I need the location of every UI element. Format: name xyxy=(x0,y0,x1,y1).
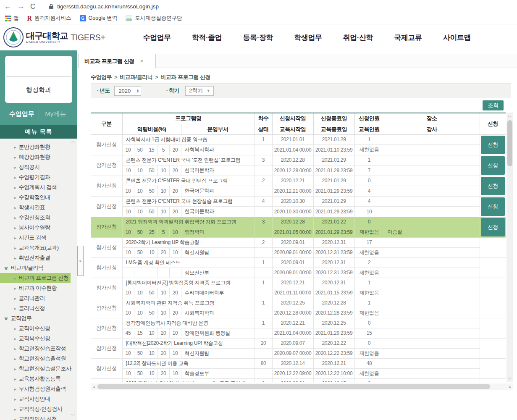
cell-ratio: 10 xyxy=(134,165,146,176)
university-logo xyxy=(3,27,24,47)
sidebar-item[interactable]: ▸무시험검정원서출력 xyxy=(0,384,77,394)
triangle-right-icon: ▸ xyxy=(14,417,16,420)
sidebar-item-active[interactable]: ▸비교과 프로그램 신청 xyxy=(0,273,71,283)
program-subrow: 1010501020한국어문학과2020.12.28 00:002021.01.… xyxy=(91,165,506,176)
cell-ratio: 10 xyxy=(157,186,169,197)
sidebar-item[interactable]: ▸비교과 이수현황 xyxy=(0,283,77,293)
sidebar-item[interactable]: ▸학교현장실습출석원 xyxy=(0,354,77,364)
nav-career[interactable]: 취업·산학 xyxy=(343,33,373,42)
apply-button[interactable]: 신청 xyxy=(481,197,505,216)
close-icon[interactable]: × xyxy=(140,58,144,64)
search-button[interactable]: 조회 xyxy=(483,100,504,110)
apply-button[interactable]: 신청 xyxy=(481,218,505,236)
sidebar-item[interactable]: ▸교직이수신청 xyxy=(0,323,77,333)
sidebar-item[interactable]: ▸클리닉신청 xyxy=(0,303,77,313)
cell-category: 참가신청 xyxy=(91,237,122,257)
cell-ratio: 10 xyxy=(134,186,146,197)
col-lecturer: 강사 xyxy=(384,124,480,134)
sidebar-item[interactable]: ▸교직사정안내 xyxy=(0,394,77,404)
cell-apply-start: 2021.01.01 xyxy=(272,134,313,145)
bookmark-research-group[interactable]: 도시재생실증연구단 xyxy=(126,15,182,22)
cell-apply-end: 2021.01.22 xyxy=(313,217,354,227)
cell-category: 참가신청 xyxy=(91,134,122,155)
cell-edu-count: 7 xyxy=(354,165,384,176)
bookmark-apps[interactable]: 앱 xyxy=(5,15,19,22)
semester-select[interactable]: 2학기 ▼ xyxy=(185,86,214,96)
sidebar-item[interactable]: ▸교육봉사활동등록 xyxy=(0,374,77,384)
sidebar-group[interactable]: ∨교직업무 xyxy=(0,313,77,323)
apply-button[interactable]: 신청 xyxy=(481,136,505,154)
sidebar-item[interactable]: ▸교직적인성 신청 xyxy=(0,414,77,420)
sidebar-item[interactable]: ▸학생시간표 xyxy=(0,202,77,213)
table-vertical-scrollbar[interactable]: ︿ ﹀ xyxy=(507,113,513,382)
cell-ratio: 15 xyxy=(146,145,157,155)
reload-icon[interactable]: C xyxy=(30,3,35,10)
sidebar-item-label: 교직이수신청 xyxy=(19,325,50,332)
sidebar-item[interactable]: ▸클리닉관리 xyxy=(0,293,77,303)
cell-edu-end: 2021.01.15 23:59 xyxy=(313,288,354,298)
app-header: 대구대학교 DAEGU UNIVERSITY TIGERS+ 수업업무 학적·졸… xyxy=(0,24,517,50)
profile-card: 행정학과 xyxy=(5,56,72,103)
sidebar-item[interactable]: ▸봉사이수열람 xyxy=(0,223,77,233)
sidebar-item[interactable]: ▸교직적성·인성검사 xyxy=(0,404,77,414)
apply-button[interactable]: 신청 xyxy=(481,177,505,195)
nav-registration[interactable]: 등록·장학 xyxy=(243,33,273,42)
scroll-down-icon[interactable]: ﹀ xyxy=(507,375,513,382)
scrollbar-thumb[interactable] xyxy=(507,120,512,166)
sidebar-item[interactable]: ▸취업전자출결 xyxy=(0,253,77,263)
nav-international[interactable]: 국제교류 xyxy=(394,33,422,42)
sidebar-item[interactable]: ▸폐강강좌현황 xyxy=(0,152,77,162)
sidebar-tab-classwork[interactable]: 수업업무 xyxy=(5,110,39,118)
cell-ratio xyxy=(122,268,134,278)
cell-apply-start: 2020.09.01 xyxy=(272,378,313,382)
bookmark-google-translate[interactable]: G Google 번역 xyxy=(80,15,118,22)
scroll-left-icon[interactable]: ◂ xyxy=(91,383,97,390)
sidebar-item[interactable]: ▸성적공시 xyxy=(0,162,77,172)
sidebar-group[interactable]: ∨비교과/클리닉 xyxy=(0,263,77,273)
cell-edu-start: 2021.01.04 00:00 xyxy=(272,145,313,155)
brand[interactable]: 대구대학교 DAEGU UNIVERSITY TIGERS+ xyxy=(26,31,105,44)
sidebar-item-label: 교직적인성 신청 xyxy=(19,415,57,420)
sidebar-item[interactable]: ▸학교현장실습설문조사 xyxy=(0,364,77,374)
table-horizontal-scrollbar[interactable]: ◂ ▸ xyxy=(91,383,513,390)
apply-button[interactable]: 신청 xyxy=(481,156,505,175)
bookmark-remote-support[interactable]: R 원격지원서비스 xyxy=(27,15,71,22)
year-spinner[interactable]: 2020 ▲▼ xyxy=(114,86,141,96)
scroll-right-icon[interactable]: ▸ xyxy=(507,383,513,390)
cell-edu-start: 2020.09.01 00:00 xyxy=(272,268,313,278)
page-tab[interactable]: 비교과 프로그램 신청 × xyxy=(78,54,156,68)
cell-status xyxy=(255,186,272,197)
program-subrow: 4515102010장애인위원회 행정실2021.01.04 00:002021… xyxy=(91,328,506,338)
cell-apply-start: 2020.12.28 xyxy=(272,217,313,227)
scrollbar-thumb[interactable] xyxy=(97,384,490,389)
cell-apply-count: 0 xyxy=(354,318,384,328)
sidebar-item[interactable]: ▸수강학점안내 xyxy=(0,192,77,202)
col-edu-start: 교육시작일 xyxy=(272,124,313,134)
sidebar-item[interactable]: ▸수강신청조회 xyxy=(0,213,77,223)
scroll-up-icon[interactable]: ︿ xyxy=(71,139,76,145)
sidebar-collapse-handle[interactable]: < xyxy=(77,246,84,276)
sidebar-tab-mymenu[interactable]: My메뉴 xyxy=(39,110,73,118)
sidebar-item[interactable]: ▸분반강좌현황 xyxy=(0,142,77,152)
sidebar-item[interactable]: ▸수업평가결과 xyxy=(0,172,77,182)
sidebar-item[interactable]: ▸교직복수신청 xyxy=(0,333,77,344)
sidebar-item[interactable]: ▸교과목개요(교과) xyxy=(0,243,77,253)
nav-student-affairs[interactable]: 학생업무 xyxy=(294,33,322,42)
back-icon[interactable]: ← xyxy=(4,3,11,10)
forward-icon[interactable]: → xyxy=(17,3,24,10)
sidebar-item[interactable]: ▸학교현장실습표작성 xyxy=(0,344,77,354)
sidebar-item[interactable]: ▸시간표 검색 xyxy=(0,233,77,243)
spinner-arrows-icon[interactable]: ▲▼ xyxy=(135,89,141,93)
sidebar-item[interactable]: ▸수업계획서 검색 xyxy=(0,182,77,192)
nav-classes[interactable]: 수업업무 xyxy=(143,33,171,42)
address-bar[interactable]: tigersstd.daegu.ac.kr/nxrun/ssoLogin.jsp xyxy=(49,3,159,10)
cell-ratio: 10 xyxy=(122,227,134,238)
scroll-down-icon[interactable]: ﹀ xyxy=(71,412,76,419)
cell-program-name: [대학혁신]2020-2학기 Learning UP! 학습코칭 xyxy=(122,338,255,348)
nav-records[interactable]: 학적·졸업 xyxy=(192,33,222,42)
triangle-right-icon: ▸ xyxy=(14,346,16,351)
program-row: 참가신청콘텐츠 전문가 C*ENTER 국내 인턴십 프로그램22020.12.… xyxy=(91,176,506,186)
nav-sitemap[interactable]: 사이트맵 xyxy=(443,33,471,42)
bookmark-label: 도시재생실증연구단 xyxy=(135,15,182,22)
scroll-up-icon[interactable]: ︿ xyxy=(507,113,513,119)
